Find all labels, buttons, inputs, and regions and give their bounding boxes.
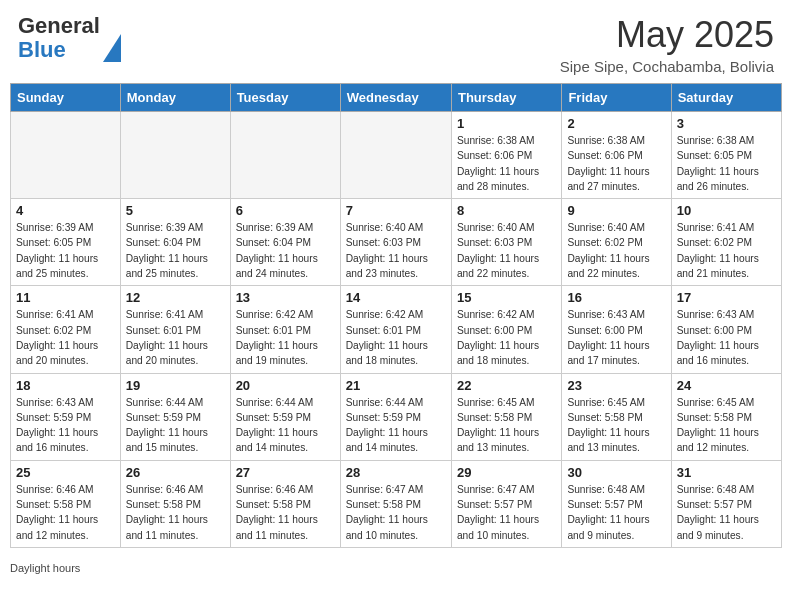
calendar-cell: 16Sunrise: 6:43 AMSunset: 6:00 PMDayligh… — [562, 286, 671, 373]
calendar-cell — [120, 112, 230, 199]
day-number: 29 — [457, 465, 556, 480]
day-info: Sunrise: 6:41 AMSunset: 6:02 PMDaylight:… — [16, 307, 115, 368]
title-section: May 2025 Sipe Sipe, Cochabamba, Bolivia — [560, 14, 774, 75]
day-number: 30 — [567, 465, 665, 480]
calendar-week-2: 4Sunrise: 6:39 AMSunset: 6:05 PMDaylight… — [11, 199, 782, 286]
logo: General Blue — [18, 14, 121, 62]
day-number: 22 — [457, 378, 556, 393]
calendar-cell — [230, 112, 340, 199]
day-number: 8 — [457, 203, 556, 218]
calendar-week-1: 1Sunrise: 6:38 AMSunset: 6:06 PMDaylight… — [11, 112, 782, 199]
day-info: Sunrise: 6:38 AMSunset: 6:05 PMDaylight:… — [677, 133, 776, 194]
day-number: 18 — [16, 378, 115, 393]
day-number: 12 — [126, 290, 225, 305]
day-info: Sunrise: 6:43 AMSunset: 6:00 PMDaylight:… — [567, 307, 665, 368]
col-tuesday: Tuesday — [230, 84, 340, 112]
calendar-cell: 26Sunrise: 6:46 AMSunset: 5:58 PMDayligh… — [120, 460, 230, 547]
calendar-cell: 2Sunrise: 6:38 AMSunset: 6:06 PMDaylight… — [562, 112, 671, 199]
calendar-cell: 10Sunrise: 6:41 AMSunset: 6:02 PMDayligh… — [671, 199, 781, 286]
calendar-cell: 30Sunrise: 6:48 AMSunset: 5:57 PMDayligh… — [562, 460, 671, 547]
day-number: 27 — [236, 465, 335, 480]
day-number: 16 — [567, 290, 665, 305]
day-info: Sunrise: 6:39 AMSunset: 6:04 PMDaylight:… — [126, 220, 225, 281]
day-info: Sunrise: 6:40 AMSunset: 6:03 PMDaylight:… — [346, 220, 446, 281]
day-info: Sunrise: 6:44 AMSunset: 5:59 PMDaylight:… — [346, 395, 446, 456]
calendar-cell: 21Sunrise: 6:44 AMSunset: 5:59 PMDayligh… — [340, 373, 451, 460]
calendar-cell: 15Sunrise: 6:42 AMSunset: 6:00 PMDayligh… — [451, 286, 561, 373]
day-number: 15 — [457, 290, 556, 305]
day-number: 7 — [346, 203, 446, 218]
day-info: Sunrise: 6:39 AMSunset: 6:04 PMDaylight:… — [236, 220, 335, 281]
day-number: 1 — [457, 116, 556, 131]
day-number: 24 — [677, 378, 776, 393]
day-info: Sunrise: 6:47 AMSunset: 5:58 PMDaylight:… — [346, 482, 446, 543]
calendar-cell: 11Sunrise: 6:41 AMSunset: 6:02 PMDayligh… — [11, 286, 121, 373]
daylight-label: Daylight hours — [10, 562, 80, 574]
day-info: Sunrise: 6:38 AMSunset: 6:06 PMDaylight:… — [457, 133, 556, 194]
calendar-cell: 19Sunrise: 6:44 AMSunset: 5:59 PMDayligh… — [120, 373, 230, 460]
day-info: Sunrise: 6:45 AMSunset: 5:58 PMDaylight:… — [567, 395, 665, 456]
calendar-cell: 31Sunrise: 6:48 AMSunset: 5:57 PMDayligh… — [671, 460, 781, 547]
day-number: 10 — [677, 203, 776, 218]
calendar-cell: 17Sunrise: 6:43 AMSunset: 6:00 PMDayligh… — [671, 286, 781, 373]
col-sunday: Sunday — [11, 84, 121, 112]
calendar-cell: 24Sunrise: 6:45 AMSunset: 5:58 PMDayligh… — [671, 373, 781, 460]
day-number: 4 — [16, 203, 115, 218]
day-number: 23 — [567, 378, 665, 393]
calendar-cell: 8Sunrise: 6:40 AMSunset: 6:03 PMDaylight… — [451, 199, 561, 286]
day-info: Sunrise: 6:43 AMSunset: 5:59 PMDaylight:… — [16, 395, 115, 456]
logo-general: General — [18, 13, 100, 38]
day-number: 25 — [16, 465, 115, 480]
calendar-cell: 12Sunrise: 6:41 AMSunset: 6:01 PMDayligh… — [120, 286, 230, 373]
day-info: Sunrise: 6:46 AMSunset: 5:58 PMDaylight:… — [126, 482, 225, 543]
day-number: 31 — [677, 465, 776, 480]
day-number: 2 — [567, 116, 665, 131]
calendar-cell — [11, 112, 121, 199]
calendar-week-4: 18Sunrise: 6:43 AMSunset: 5:59 PMDayligh… — [11, 373, 782, 460]
day-info: Sunrise: 6:43 AMSunset: 6:00 PMDaylight:… — [677, 307, 776, 368]
calendar-cell: 13Sunrise: 6:42 AMSunset: 6:01 PMDayligh… — [230, 286, 340, 373]
calendar-week-5: 25Sunrise: 6:46 AMSunset: 5:58 PMDayligh… — [11, 460, 782, 547]
calendar-cell — [340, 112, 451, 199]
calendar-cell: 4Sunrise: 6:39 AMSunset: 6:05 PMDaylight… — [11, 199, 121, 286]
calendar-week-3: 11Sunrise: 6:41 AMSunset: 6:02 PMDayligh… — [11, 286, 782, 373]
day-info: Sunrise: 6:42 AMSunset: 6:00 PMDaylight:… — [457, 307, 556, 368]
day-number: 17 — [677, 290, 776, 305]
day-number: 20 — [236, 378, 335, 393]
col-friday: Friday — [562, 84, 671, 112]
day-info: Sunrise: 6:47 AMSunset: 5:57 PMDaylight:… — [457, 482, 556, 543]
calendar-cell: 14Sunrise: 6:42 AMSunset: 6:01 PMDayligh… — [340, 286, 451, 373]
calendar-cell: 20Sunrise: 6:44 AMSunset: 5:59 PMDayligh… — [230, 373, 340, 460]
col-wednesday: Wednesday — [340, 84, 451, 112]
day-info: Sunrise: 6:38 AMSunset: 6:06 PMDaylight:… — [567, 133, 665, 194]
day-info: Sunrise: 6:46 AMSunset: 5:58 PMDaylight:… — [16, 482, 115, 543]
calendar-body: 1Sunrise: 6:38 AMSunset: 6:06 PMDaylight… — [11, 112, 782, 548]
day-number: 6 — [236, 203, 335, 218]
day-info: Sunrise: 6:42 AMSunset: 6:01 PMDaylight:… — [346, 307, 446, 368]
day-number: 11 — [16, 290, 115, 305]
header: General Blue May 2025 Sipe Sipe, Cochaba… — [0, 0, 792, 83]
day-info: Sunrise: 6:44 AMSunset: 5:59 PMDaylight:… — [236, 395, 335, 456]
col-monday: Monday — [120, 84, 230, 112]
day-info: Sunrise: 6:42 AMSunset: 6:01 PMDaylight:… — [236, 307, 335, 368]
calendar-cell: 27Sunrise: 6:46 AMSunset: 5:58 PMDayligh… — [230, 460, 340, 547]
logo-triangle-icon — [103, 34, 121, 62]
day-info: Sunrise: 6:40 AMSunset: 6:02 PMDaylight:… — [567, 220, 665, 281]
day-number: 26 — [126, 465, 225, 480]
day-number: 14 — [346, 290, 446, 305]
main-title: May 2025 — [560, 14, 774, 56]
subtitle: Sipe Sipe, Cochabamba, Bolivia — [560, 58, 774, 75]
col-thursday: Thursday — [451, 84, 561, 112]
col-saturday: Saturday — [671, 84, 781, 112]
footer: Daylight hours — [0, 558, 792, 578]
day-info: Sunrise: 6:41 AMSunset: 6:02 PMDaylight:… — [677, 220, 776, 281]
calendar-cell: 5Sunrise: 6:39 AMSunset: 6:04 PMDaylight… — [120, 199, 230, 286]
day-info: Sunrise: 6:39 AMSunset: 6:05 PMDaylight:… — [16, 220, 115, 281]
day-info: Sunrise: 6:48 AMSunset: 5:57 PMDaylight:… — [567, 482, 665, 543]
day-number: 9 — [567, 203, 665, 218]
day-info: Sunrise: 6:45 AMSunset: 5:58 PMDaylight:… — [677, 395, 776, 456]
calendar-cell: 1Sunrise: 6:38 AMSunset: 6:06 PMDaylight… — [451, 112, 561, 199]
calendar-cell: 29Sunrise: 6:47 AMSunset: 5:57 PMDayligh… — [451, 460, 561, 547]
calendar-cell: 22Sunrise: 6:45 AMSunset: 5:58 PMDayligh… — [451, 373, 561, 460]
day-number: 28 — [346, 465, 446, 480]
